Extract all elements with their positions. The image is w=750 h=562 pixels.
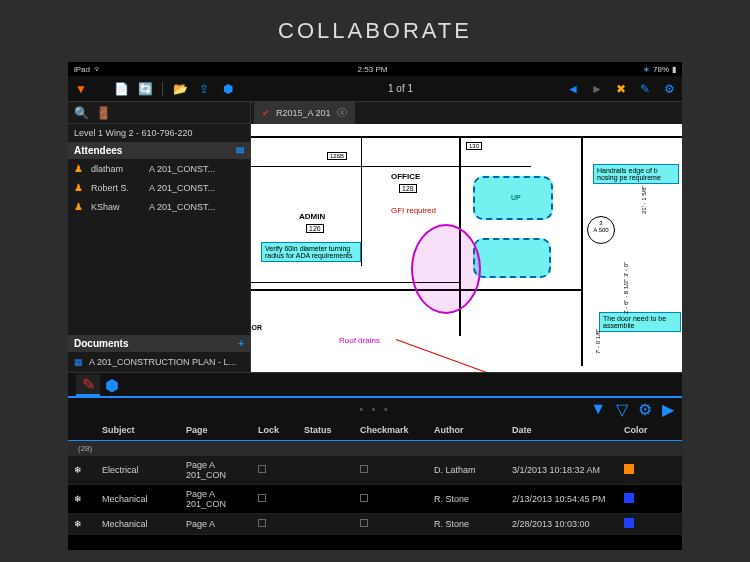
3d-tab[interactable]: ⬢	[100, 374, 124, 396]
col-date[interactable]: Date	[506, 425, 618, 435]
cell-date: 3/1/2013 10:18:32 AM	[506, 465, 618, 475]
refresh-doc-icon[interactable]: 🔄	[138, 82, 152, 96]
table-row[interactable]: ❄MechanicalPage AR. Stone2/28/2013 10:03…	[68, 514, 682, 535]
cell-date: 2/28/2013 10:03:00	[506, 519, 618, 529]
cell-page: Page A 201_CON	[180, 460, 252, 480]
doc-tabbar: ✔ R2015_A 201 ⓧ	[251, 102, 682, 124]
attendee-name: Robert S.	[91, 183, 141, 193]
prev-icon[interactable]: ◄	[566, 82, 580, 96]
close-icon[interactable]: ⓧ	[337, 106, 347, 120]
cell-color	[618, 493, 662, 505]
cell-author: R. Stone	[428, 494, 506, 504]
table-row[interactable]: ❄ElectricalPage A 201_COND. Latham3/1/20…	[68, 456, 682, 485]
cell-date: 2/13/2013 10:54:45 PM	[506, 494, 618, 504]
table-row[interactable]: ❄MechanicalPage A 201_CONR. Stone2/13/20…	[68, 485, 682, 514]
cell-checkmark[interactable]	[354, 465, 428, 475]
invite-icon[interactable]: ✉	[236, 145, 244, 156]
annotation-roof-label[interactable]: Roof drains	[339, 336, 380, 345]
room-126b: 126B	[327, 152, 347, 160]
bottom-tabbar: ✎ ⬢	[68, 372, 682, 398]
device-frame: iPad ᯤ 2:53 PM ∗ 78% ▮ ▼ 📄 🔄 📂 ⇪ ⬢ 1 of …	[68, 62, 682, 550]
menu-icon[interactable]: ▼	[74, 82, 88, 96]
attendee-name: dlatham	[91, 164, 141, 174]
add-doc-icon[interactable]: +	[238, 338, 244, 349]
cloud-icon[interactable]: ⬢	[221, 82, 235, 96]
search-icon[interactable]: 🔍	[74, 106, 88, 120]
cell-subject: Electrical	[96, 465, 180, 475]
document-row[interactable]: ▦ A 201_CONSTRUCTION PLAN - L...	[68, 352, 250, 372]
cell-lock[interactable]	[252, 519, 298, 529]
cell-author: D. Latham	[428, 465, 506, 475]
battery-pct: 78%	[653, 65, 669, 74]
col-status[interactable]: Status	[298, 425, 354, 435]
attendee-row[interactable]: ♟ KShaw A 201_CONST...	[68, 197, 250, 216]
col-color[interactable]: Color	[618, 425, 662, 435]
col-subject[interactable]: Subject	[96, 425, 180, 435]
attendee-doc: A 201_CONST...	[149, 164, 244, 174]
dimension-2: Z - 6" - 8 1/2" 3' - 0"	[623, 262, 629, 314]
sidebar: 🔍 🚪 Level 1 Wing 2 - 610-796-220 Attende…	[68, 102, 251, 372]
tools-icon[interactable]: ✖	[614, 82, 628, 96]
detail-bubble: 3A 500	[587, 216, 615, 244]
play-icon[interactable]: ▶	[662, 400, 674, 419]
drawing-canvas[interactable]: OFFICE 128 ADMIN 126 UP 130 126B 3A 500 …	[251, 124, 682, 372]
doc-icon: ▦	[74, 357, 83, 367]
open-icon[interactable]: 📂	[173, 82, 187, 96]
cell-author: R. Stone	[428, 519, 506, 529]
markups-table: Subject Page Lock Status Checkmark Autho…	[68, 420, 682, 535]
battery-icon: ▮	[672, 65, 676, 74]
annotation-gfi[interactable]: GFI required	[391, 206, 436, 215]
next-icon[interactable]: ►	[590, 82, 604, 96]
pencil-icon[interactable]: ✎	[638, 82, 652, 96]
page-indicator: 1 of 1	[388, 83, 413, 94]
annotation-ada[interactable]: Verify 60in diameter turning radius for …	[261, 242, 361, 262]
col-author[interactable]: Author	[428, 425, 506, 435]
col-lock[interactable]: Lock	[252, 425, 298, 435]
annotation-door[interactable]: The door need to be assemblie	[599, 312, 681, 332]
ios-statusbar: iPad ᯤ 2:53 PM ∗ 78% ▮	[68, 62, 682, 76]
markup-type-icon: ❄	[74, 519, 82, 529]
cloud-markup-2[interactable]	[473, 238, 551, 278]
doc-tab[interactable]: ✔ R2015_A 201 ⓧ	[254, 102, 355, 124]
filter-icon[interactable]: ▽	[616, 400, 628, 419]
cell-subject: Mechanical	[96, 494, 180, 504]
col-checkmark[interactable]: Checkmark	[354, 425, 428, 435]
filter-full-icon[interactable]: ▼	[590, 400, 606, 419]
cell-checkmark[interactable]	[354, 519, 428, 529]
person-icon: ♟	[74, 201, 83, 212]
cell-lock[interactable]	[252, 494, 298, 504]
attendee-row[interactable]: ♟ dlatham A 201_CONST...	[68, 159, 250, 178]
document-name: A 201_CONSTRUCTION PLAN - L...	[89, 357, 236, 367]
new-doc-icon[interactable]: 📄	[114, 82, 128, 96]
room-130: 130	[466, 142, 482, 150]
cell-lock[interactable]	[252, 465, 298, 475]
markups-tab[interactable]: ✎	[76, 374, 100, 396]
gear-icon[interactable]: ⚙	[662, 82, 676, 96]
check-icon: ✔	[262, 108, 270, 118]
banner-title: COLLABORATE	[0, 0, 750, 58]
attendee-row[interactable]: ♟ Robert S. A 201_CONST...	[68, 178, 250, 197]
level-label: Level 1 Wing 2 - 610-796-220	[68, 124, 250, 142]
dimension-1: 21' - 1 5/8"	[641, 185, 647, 214]
clock: 2:53 PM	[102, 65, 643, 74]
room-admin: ADMIN	[299, 212, 325, 221]
bluetooth-icon: ∗	[643, 65, 650, 74]
room-admin-num: 126	[306, 224, 324, 233]
annotation-handrails[interactable]: Handrails edge of b nosing pe requireme	[593, 164, 679, 184]
cell-subject: Mechanical	[96, 519, 180, 529]
grid-toolbar: • • • ▼ ▽ ⚙ ▶	[68, 398, 682, 420]
attendees-header: Attendees ✉	[68, 142, 250, 159]
col-page[interactable]: Page	[180, 425, 252, 435]
cell-checkmark[interactable]	[354, 494, 428, 504]
person-icon: ♟	[74, 163, 83, 174]
cell-color	[618, 518, 662, 530]
cell-color	[618, 464, 662, 476]
grid-gear-icon[interactable]: ⚙	[638, 400, 652, 419]
dimension-3: 7' - 0 1/8"	[595, 329, 601, 354]
exit-icon[interactable]: 🚪	[96, 106, 110, 120]
share-icon[interactable]: ⇪	[197, 82, 211, 96]
annotation-oval[interactable]	[411, 224, 481, 314]
cloud-markup-1[interactable]	[473, 176, 553, 220]
room-door: DOOR	[251, 324, 262, 331]
leader-line	[396, 339, 547, 372]
